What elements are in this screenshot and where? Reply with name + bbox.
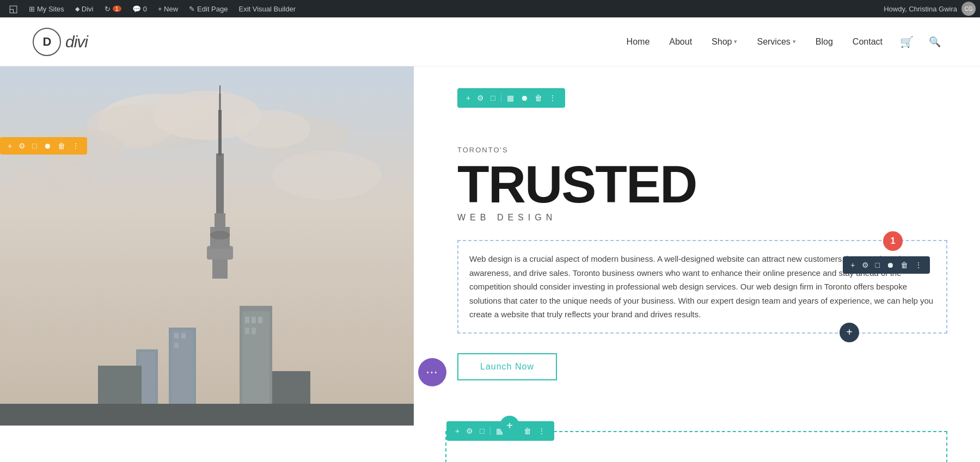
orange-trash-btn[interactable]: 🗑 (56, 140, 68, 151)
teal-columns-btn[interactable]: ▦ (505, 93, 516, 103)
shop-dropdown-icon: ▾ (734, 38, 737, 45)
orange-layout-btn[interactable]: □ (30, 140, 39, 151)
my-sites-item[interactable]: ⊞ My Sites (24, 0, 69, 17)
comments-icon: 💬 (132, 5, 141, 13)
green-plus-bottom[interactable]: + (500, 416, 519, 435)
badge-number-label: 1 (891, 236, 896, 246)
howdy-label: Howdy, Christina Gwira (884, 5, 957, 13)
bottom-teal-more-btn[interactable]: ⋮ (536, 426, 548, 436)
nav-home[interactable]: Home (618, 33, 659, 51)
nav-shop-label: Shop (712, 37, 732, 47)
wp-icon: ◱ (9, 3, 18, 15)
svg-point-7 (272, 151, 381, 200)
update-item[interactable]: ↻ 1 (100, 0, 126, 17)
nav-blog[interactable]: Blog (807, 33, 842, 51)
services-dropdown-icon: ▾ (793, 38, 796, 45)
update-count: 1 (113, 5, 121, 12)
svg-point-8 (16, 159, 93, 192)
dark-add-btn[interactable]: + (848, 260, 857, 270)
dots-icon: ⋯ (426, 365, 439, 379)
orange-settings-btn[interactable]: ⚙ (16, 140, 28, 151)
nav-contact[interactable]: Contact (844, 33, 891, 51)
teal-trash-btn[interactable]: 🗑 (532, 93, 544, 103)
bottom-teal-layout-btn[interactable]: □ (477, 426, 486, 436)
hero-image (0, 66, 414, 426)
nav-shop[interactable]: Shop ▾ (703, 33, 746, 51)
orange-power-btn[interactable]: ⏺ (41, 140, 53, 151)
comments-item[interactable]: 💬 0 (128, 0, 151, 17)
exit-builder-item[interactable]: Exit Visual Builder (234, 0, 300, 17)
update-icon: ↻ (105, 5, 111, 13)
bottom-teal-trash-btn[interactable]: 🗑 (522, 426, 534, 436)
purple-dots-button[interactable]: ⋯ (418, 358, 446, 386)
orange-more-btn[interactable]: ⋮ (70, 140, 82, 151)
hero-content-col: + ⚙ □ ▦ ⏺ 🗑 ⋮ TORONTO'S TRUSTED WEB DESI… (414, 66, 980, 426)
teal-add-btn[interactable]: + (464, 93, 473, 103)
teal-more-btn[interactable]: ⋮ (547, 93, 559, 103)
orange-add-btn[interactable]: + (5, 140, 14, 151)
new-item[interactable]: + New (154, 0, 182, 17)
dark-trash-btn[interactable]: 🗑 (898, 260, 910, 270)
bottom-teal-settings-btn[interactable]: ⚙ (464, 426, 475, 436)
svg-rect-9 (212, 257, 228, 279)
teal-power-btn[interactable]: ⏺ (518, 93, 530, 103)
edit-page-item[interactable]: ✎ Edit Page (185, 0, 232, 17)
divi-item[interactable]: ◆ Divi (71, 0, 98, 17)
badge-number: 1 (883, 231, 903, 251)
site-logo[interactable]: D divi (33, 28, 88, 56)
new-label: + New (158, 5, 178, 13)
text-content-box: 1 + ⚙ □ ⏺ 🗑 ⋮ Web design is a crucial as… (457, 240, 947, 334)
teal-toolbar-container: + ⚙ □ ▦ ⏺ 🗑 ⋮ (457, 88, 947, 108)
svg-rect-34 (0, 404, 414, 426)
hero-title: TRUSTED (457, 158, 947, 211)
svg-rect-15 (219, 94, 221, 112)
wp-logo-item[interactable]: ◱ (4, 0, 22, 17)
svg-point-5 (234, 110, 310, 148)
bottom-teal-add-btn[interactable]: + (453, 426, 462, 436)
svg-rect-27 (174, 333, 179, 338)
skyline-svg (0, 66, 414, 426)
svg-rect-16 (219, 85, 220, 95)
divi-site-icon: ◆ (75, 5, 79, 13)
nav-services-label: Services (757, 37, 790, 47)
bottom-teal-divider (490, 427, 491, 435)
admin-bar-right: Howdy, Christina Gwira CG (884, 2, 976, 16)
dark-power-btn[interactable]: ⏺ (884, 260, 896, 270)
logo-text: divi (65, 33, 88, 51)
nav-services[interactable]: Services ▾ (748, 33, 804, 51)
exit-builder-label: Exit Visual Builder (238, 5, 296, 13)
svg-rect-21 (252, 317, 256, 323)
nav-contact-label: Contact (853, 37, 883, 47)
nav-about[interactable]: About (660, 33, 701, 51)
dark-layout-btn[interactable]: □ (873, 260, 882, 270)
nav-search-icon[interactable]: 🔍 (922, 32, 947, 52)
svg-rect-28 (181, 333, 186, 338)
green-plus-icon: + (506, 420, 513, 432)
plus-circle-textbox[interactable]: + (840, 323, 859, 342)
svg-rect-20 (245, 317, 249, 323)
svg-rect-22 (258, 317, 262, 323)
teal-settings-btn[interactable]: ⚙ (475, 93, 486, 103)
svg-point-17 (210, 231, 230, 239)
svg-rect-29 (174, 343, 179, 348)
launch-now-button[interactable]: Launch Now (457, 353, 557, 380)
svg-rect-13 (215, 213, 225, 230)
edit-page-label: Edit Page (197, 5, 228, 13)
section-label: TORONTO'S (457, 146, 947, 154)
svg-rect-23 (245, 328, 249, 334)
dark-settings-btn[interactable]: ⚙ (860, 260, 871, 270)
bottom-section: + ⚙ □ ▦ ⏺ 🗑 ⋮ + (445, 431, 947, 462)
admin-avatar[interactable]: CG (961, 2, 976, 16)
logo-letter: D (43, 35, 51, 49)
dark-more-btn[interactable]: ⋮ (912, 260, 924, 270)
hero-section: + ⚙ □ ▦ ⏺ 🗑 ⋮ TORONTO'S TRUSTED WEB DESI… (0, 66, 980, 426)
nav-home-label: Home (627, 37, 650, 47)
teal-layout-btn[interactable]: □ (488, 93, 497, 103)
hero-subtitle: WEB DESIGN (457, 213, 947, 223)
nav-about-label: About (669, 37, 692, 47)
site-header: D divi Home About Shop ▾ Services ▾ Blog… (0, 17, 980, 66)
site-nav: Home About Shop ▾ Services ▾ Blog Contac… (618, 31, 947, 53)
nav-cart-icon[interactable]: 🛒 (893, 31, 920, 53)
orange-section-toolbar-wrapper: + ⚙ □ ⏺ 🗑 ⋮ (0, 137, 87, 155)
dark-toolbar-container: + ⚙ □ ⏺ 🗑 ⋮ (843, 256, 930, 274)
